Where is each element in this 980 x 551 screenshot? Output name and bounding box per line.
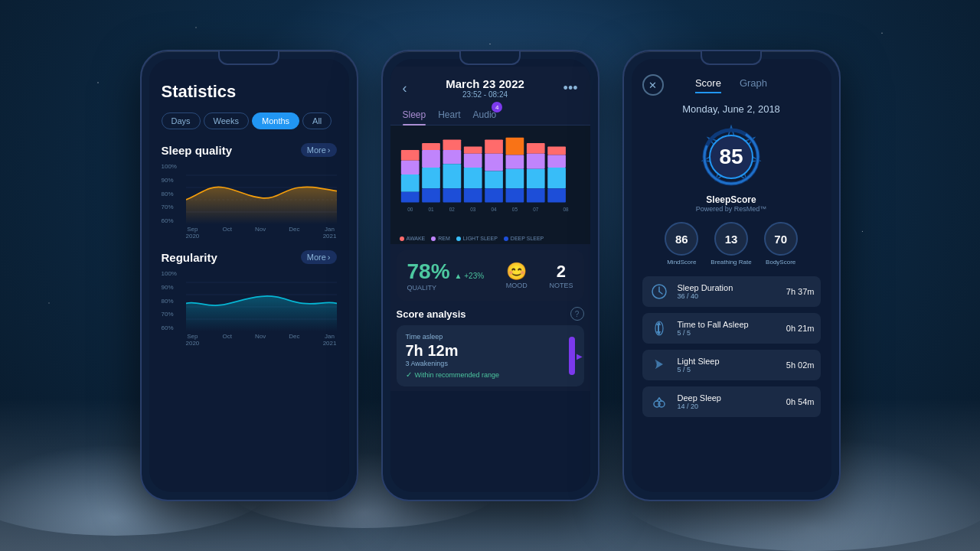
svg-rect-10 xyxy=(400,174,419,192)
svg-rect-26 xyxy=(485,171,503,188)
tab-all[interactable]: All xyxy=(302,112,332,129)
regularity-title: Regularity xyxy=(162,251,217,264)
svg-text:01: 01 xyxy=(428,207,434,212)
fall-asleep-value: 0h 21m xyxy=(786,324,815,333)
regularity-chart: 100% 90% 80% 70% 60% xyxy=(162,270,337,347)
tab-days[interactable]: Days xyxy=(162,112,201,129)
sleep-detail-tabs: Sleep Heart Audio 4 xyxy=(390,105,590,126)
sleep-quality-title: Sleep quality xyxy=(162,144,233,157)
tab-months[interactable]: Months xyxy=(252,112,299,129)
time-asleep-info: Time asleep 7h 12m 3 Awakenings ✓ Within… xyxy=(406,333,500,379)
svg-rect-23 xyxy=(463,188,482,202)
phone1-screen: Statistics Days Weeks Months All Sleep q… xyxy=(149,59,349,492)
svg-rect-8 xyxy=(400,150,419,161)
svg-rect-39 xyxy=(547,188,566,202)
score-analysis-header: Score analysis ? xyxy=(397,307,584,321)
sleep-duration-icon xyxy=(648,281,670,302)
phone-notch-1 xyxy=(218,51,279,65)
sleep-score-star: 85 xyxy=(697,122,766,191)
svg-text:04: 04 xyxy=(491,207,497,212)
deep-sleep-name: Deep Sleep xyxy=(678,393,779,403)
sleep-date: March 23 2022 xyxy=(446,77,524,90)
svg-text:00: 00 xyxy=(407,207,413,212)
sleep-legend: AWAKE REM LIGHT SLEEP DEEP SLEEP xyxy=(390,233,590,244)
svg-text:07: 07 xyxy=(533,207,539,212)
detail-deep-sleep: Deep Sleep 14 / 20 0h 54m xyxy=(642,386,821,417)
svg-rect-32 xyxy=(526,143,544,154)
notes-count: 2 xyxy=(549,262,573,282)
score-page-header: ✕ Score Graph xyxy=(642,74,821,96)
sleep-detail-header: ‹ March 23 2022 23:52 - 08:24 ••• xyxy=(390,67,590,105)
sleep-quality-more[interactable]: More › xyxy=(301,143,337,157)
tab-graph[interactable]: Graph xyxy=(740,77,767,93)
sleep-quality-header: Sleep quality More › xyxy=(162,143,337,157)
fall-asleep-icon xyxy=(648,318,670,339)
svg-rect-37 xyxy=(547,155,566,167)
mood-emoji: 😊 xyxy=(506,262,528,282)
statistics-title: Statistics xyxy=(162,82,337,102)
tab-score[interactable]: Score xyxy=(695,77,721,93)
mood-box: 😊 MOOD xyxy=(506,262,528,289)
metric-circles: 86 MindScore 13 Breathing Rate 70 xyxy=(642,222,821,266)
light-sleep-info: Light Sleep 5 / 5 xyxy=(678,357,779,373)
svg-rect-20 xyxy=(463,147,482,154)
phones-container: Statistics Days Weeks Months All Sleep q… xyxy=(0,0,980,551)
svg-rect-11 xyxy=(400,192,419,203)
recommended-badge: ✓ Within recommended range xyxy=(406,370,500,379)
fall-asleep-name: Time to Fall Asleep xyxy=(678,320,779,329)
svg-text:02: 02 xyxy=(449,207,455,212)
progress-bar-container: ▶ xyxy=(569,337,575,375)
audio-badge: 4 xyxy=(492,102,502,112)
time-asleep-label: Time asleep xyxy=(406,333,500,341)
svg-rect-13 xyxy=(422,150,440,168)
svg-rect-27 xyxy=(485,188,503,202)
quality-section: 78% ▲ +23% QUALITY 😊 MOOD xyxy=(397,250,584,301)
back-button[interactable]: ‹ xyxy=(403,80,407,96)
svg-text:03: 03 xyxy=(470,207,476,212)
close-button[interactable]: ✕ xyxy=(642,74,664,96)
deep-sleep-score: 14 / 20 xyxy=(678,403,779,410)
score-page-tabs: Score Graph xyxy=(664,77,799,93)
period-tabs: Days Weeks Months All xyxy=(162,112,337,129)
svg-line-54 xyxy=(659,292,662,294)
sleep-score-number: 85 xyxy=(719,145,743,169)
bodyscore-circle: 70 xyxy=(764,222,798,256)
detail-fall-asleep: Time to Fall Asleep 5 / 5 0h 21m xyxy=(642,313,821,344)
notes-label: NOTES xyxy=(549,282,573,289)
menu-button[interactable]: ••• xyxy=(564,80,578,96)
sleep-time-range: 23:52 - 08:24 xyxy=(446,90,524,99)
tab-sleep[interactable]: Sleep xyxy=(403,105,426,125)
phone-notch-2 xyxy=(459,51,521,65)
metric-mindscore: 86 MindScore xyxy=(665,222,698,266)
sleep-duration-name: Sleep Duration xyxy=(678,283,779,292)
sleep-duration-value: 7h 37m xyxy=(786,287,815,296)
awakening-count: 3 Awakenings xyxy=(406,360,500,367)
phone-score: ✕ Score Graph Monday, June 2, 2018 xyxy=(622,50,841,501)
info-button[interactable]: ? xyxy=(570,307,584,321)
regularity-header: Regularity More › xyxy=(162,250,337,264)
score-analysis-title: Score analysis xyxy=(397,308,466,320)
regularity-more[interactable]: More › xyxy=(301,250,337,264)
light-sleep-value: 5h 02m xyxy=(786,360,815,370)
bodyscore-label: BodyScore xyxy=(766,259,795,266)
tab-weeks[interactable]: Weeks xyxy=(204,112,249,129)
svg-rect-34 xyxy=(526,169,544,189)
svg-rect-24 xyxy=(485,139,503,153)
legend-light-sleep: LIGHT SLEEP xyxy=(456,236,498,241)
metric-bodyscore: 70 BodyScore xyxy=(764,222,798,266)
deep-sleep-icon xyxy=(648,391,670,412)
svg-rect-15 xyxy=(422,188,440,202)
sleep-quality-y-labels: 100% 90% 80% 70% 60% xyxy=(162,163,186,224)
svg-rect-19 xyxy=(443,188,461,202)
deep-sleep-info: Deep Sleep 14 / 20 xyxy=(678,393,779,410)
sleep-quality-chart: 100% 90% 80% 70% 60% xyxy=(162,163,337,240)
detail-sleep-duration: Sleep Duration 36 / 40 7h 37m xyxy=(642,276,821,307)
phone-sleep-detail: ‹ March 23 2022 23:52 - 08:24 ••• Sleep … xyxy=(381,50,599,501)
tab-heart[interactable]: Heart xyxy=(438,105,460,125)
quality-change: ▲ +23% xyxy=(455,272,485,280)
sleep-score-center: 85 SleepScore Powered by ResMed™ xyxy=(642,122,821,213)
sleep-quality-x-labels: Sep2020 Oct Nov Dec Jan2021 xyxy=(186,226,337,240)
svg-rect-12 xyxy=(422,143,440,150)
sleep-progress-bar: ▶ xyxy=(569,337,575,375)
time-asleep-card: Time asleep 7h 12m 3 Awakenings ✓ Within… xyxy=(397,325,584,386)
